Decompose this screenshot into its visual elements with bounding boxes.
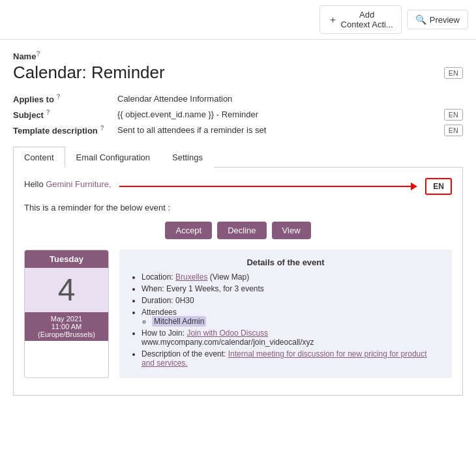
plus-icon: ＋	[328, 14, 338, 26]
add-context-label: AddContext Acti...	[341, 10, 393, 29]
description-link[interactable]: Internal meeting for discussion for new …	[141, 349, 427, 368]
attendee-item: Mitchell Admin	[152, 317, 441, 326]
fields-section: Applies to ? Calendar Attendee Informati…	[13, 93, 463, 136]
applies-to-row: Applies to ? Calendar Attendee Informati…	[13, 93, 463, 104]
cal-day-number: 4	[25, 268, 108, 312]
detail-attendees: Attendees Mitchell Admin	[141, 308, 441, 326]
arrow-head	[411, 183, 417, 190]
template-desc-label: Template description ?	[13, 124, 117, 136]
detail-join: How to Join: Join with Odoo Discuss www.…	[141, 329, 441, 347]
view-button[interactable]: View	[272, 222, 311, 239]
preview-button[interactable]: 🔍 Preview	[407, 10, 468, 29]
details-panel: Details of the event Location: Bruxelles…	[119, 250, 452, 378]
detail-duration: Duration: 0H30	[141, 296, 441, 305]
tab-bar: Content Email Configuration Settings	[13, 147, 463, 168]
tab-settings[interactable]: Settings	[161, 147, 214, 168]
tab-content-area: Hello Gemini Furniture, EN This is a rem…	[13, 168, 463, 396]
cal-day-name: Tuesday	[25, 250, 108, 268]
en-badge-name[interactable]: EN	[444, 67, 463, 79]
cal-month-year: May 2021 11:00 AM (Europe/Brussels)	[25, 312, 108, 341]
location-link[interactable]: Bruxelles	[175, 272, 207, 282]
detail-location: Location: Bruxelles (View Map)	[141, 272, 441, 282]
name-label: Name?	[13, 50, 463, 61]
arrow-shaft	[119, 186, 411, 187]
company-link[interactable]: Gemini Furniture,	[46, 179, 111, 189]
subject-label: Subject ?	[13, 109, 117, 120]
content-header: Hello Gemini Furniture, EN	[24, 178, 452, 195]
add-context-button[interactable]: ＋ AddContext Acti...	[320, 5, 402, 34]
hello-line: Hello Gemini Furniture,	[24, 179, 112, 189]
en-badge-template[interactable]: EN	[444, 124, 463, 136]
reminder-text: This is a reminder for the below event :	[24, 203, 452, 212]
subject-row: Subject ? {{ object.event_id.name }} - R…	[13, 109, 463, 121]
applies-to-value: Calendar Attendee Information	[117, 94, 463, 104]
top-bar: ＋ AddContext Acti... 🔍 Preview	[0, 0, 476, 40]
action-buttons: Accept Decline View	[24, 222, 452, 239]
details-list: Location: Bruxelles (View Map) When: Eve…	[130, 272, 441, 368]
detail-when: When: Every 1 Weeks, for 3 events	[141, 284, 441, 293]
join-url: www.mycompany.com/calendar/join_videocal…	[141, 338, 314, 347]
en-badge-subject[interactable]: EN	[444, 109, 463, 121]
preview-label: Preview	[430, 15, 460, 25]
arrow-indicator	[119, 183, 418, 190]
subject-value: {{ object.event_id.name }} - Reminder	[117, 110, 444, 119]
en-button-content[interactable]: EN	[425, 178, 452, 195]
name-section: Name? Calendar: Reminder EN	[13, 50, 463, 83]
search-plus-icon: 🔍	[415, 14, 426, 25]
details-title: Details of the event	[130, 257, 441, 267]
tab-content[interactable]: Content	[13, 147, 65, 168]
tab-email-configuration[interactable]: Email Configuration	[65, 147, 161, 168]
accept-button[interactable]: Accept	[165, 222, 212, 239]
template-desc-value: Sent to all attendees if a reminder is s…	[117, 125, 444, 135]
join-link[interactable]: Join with Odoo Discuss	[186, 329, 268, 338]
attendee-name: Mitchell Admin	[152, 316, 206, 327]
template-desc-row: Template description ? Sent to all atten…	[13, 124, 463, 136]
cal-time: 11:00 AM	[27, 323, 106, 330]
detail-description: Description of the event: Internal meeti…	[141, 349, 441, 368]
applies-to-label: Applies to ?	[13, 93, 117, 104]
cal-timezone: (Europe/Brussels)	[27, 330, 106, 338]
event-details: Tuesday 4 May 2021 11:00 AM (Europe/Brus…	[24, 250, 452, 378]
main-content: Name? Calendar: Reminder EN Applies to ?…	[0, 40, 476, 406]
page-title: Calendar: Reminder	[13, 63, 165, 83]
attendees-list: Mitchell Admin	[141, 317, 441, 326]
calendar-widget: Tuesday 4 May 2021 11:00 AM (Europe/Brus…	[24, 250, 109, 378]
cal-month: May 2021	[27, 315, 106, 323]
decline-button[interactable]: Decline	[217, 222, 266, 239]
